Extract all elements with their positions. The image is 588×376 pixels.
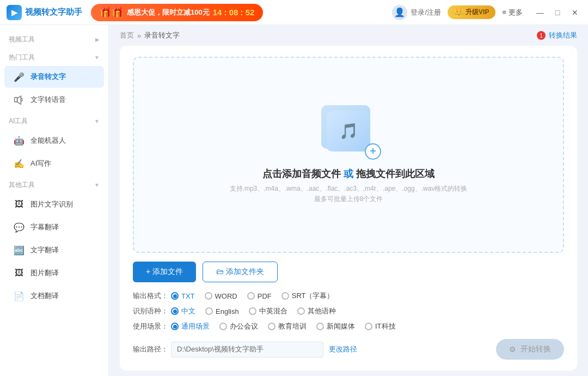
path-row: 更改路径 <box>171 342 357 357</box>
scene-it[interactable]: IT科技 <box>365 322 396 331</box>
breadcrumb: 首页 » 录音转文字 <box>120 31 180 40</box>
titlebar-right: 👤 登录/注册 👑 升级VIP ≡ 更多 — □ ✕ <box>392 5 581 20</box>
sidebar-section-video: 视频工具 ▶ <box>0 29 108 47</box>
change-path-link[interactable]: 更改路径 <box>329 344 357 354</box>
format-txt-radio[interactable] <box>171 292 179 300</box>
minimize-button[interactable]: — <box>534 6 547 19</box>
lang-zh-label: 中文 <box>181 306 195 316</box>
lang-other-label: 其他语种 <box>308 306 336 316</box>
write-icon: ✍ <box>13 157 25 169</box>
doc-trans-label: 文档翻译 <box>30 291 59 301</box>
breadcrumb-separator: » <box>137 32 141 40</box>
app-logo: ▶ 视频转文字助手 <box>7 5 82 20</box>
robot-icon: 🤖 <box>13 135 25 147</box>
mic-icon: 🎤 <box>13 71 25 83</box>
output-path-row: 输出路径： 更改路径 ⚙ 开始转换 <box>133 339 564 360</box>
start-convert-button[interactable]: ⚙ 开始转换 <box>496 339 564 360</box>
promo-banner[interactable]: 🎁🎁 感恩大促，限时立减100元 14 : 08 : 52 <box>91 4 263 21</box>
scene-it-radio[interactable] <box>365 323 372 330</box>
login-button[interactable]: 👤 登录/注册 <box>392 5 441 20</box>
format-srt-label: SRT（字幕） <box>292 291 334 301</box>
ai-robot-label: 全能机器人 <box>30 136 66 145</box>
scene-news[interactable]: 新闻媒体 <box>316 322 355 331</box>
sidebar-item-text-trans[interactable]: 🔤 文字翻译 <box>4 239 104 261</box>
vip-upgrade-button[interactable]: 👑 升级VIP <box>448 5 495 19</box>
scene-news-radio[interactable] <box>316 323 324 330</box>
sidebar-section-hot: 热门工具 ▼ <box>0 47 108 65</box>
lang-zh[interactable]: 中文 <box>171 306 195 316</box>
sidebar-item-img-text[interactable]: 🖼 图片文字识别 <box>4 193 104 215</box>
format-word[interactable]: WORD <box>205 292 237 300</box>
scene-edu[interactable]: 教育培训 <box>268 322 307 331</box>
result-button[interactable]: 1 转换结果 <box>537 31 577 40</box>
scene-news-label: 新闻媒体 <box>327 322 355 331</box>
drop-subtitle: 支持.mp3、.m4a、.wma、.aac、.flac、.ac3、.m4r、.a… <box>230 184 468 204</box>
scene-general[interactable]: 通用场景 <box>171 322 210 331</box>
scene-office[interactable]: 办公会议 <box>219 322 258 331</box>
app-title: 视频转文字助手 <box>25 7 82 17</box>
sidebar-item-subtitle[interactable]: 💬 字幕翻译 <box>4 216 104 238</box>
maximize-button[interactable]: □ <box>551 6 564 19</box>
lang-label: 识别语种： <box>133 306 171 316</box>
lang-other-radio[interactable] <box>297 307 305 315</box>
drop-zone-illustration: 🎵 + <box>316 105 381 160</box>
scene-it-label: IT科技 <box>375 322 396 331</box>
music-note-icon: 🎵 <box>339 122 358 140</box>
add-file-button[interactable]: + 添加文件 <box>133 262 196 282</box>
drop-title-or: 或 <box>344 168 353 179</box>
lang-zh-en[interactable]: 中英混合 <box>249 306 287 316</box>
sidebar-item-doc-trans[interactable]: 📄 文档翻译 <box>4 285 104 307</box>
user-avatar: 👤 <box>392 5 407 20</box>
audio-to-text-label: 录音转文字 <box>30 72 66 82</box>
sidebar-item-text-to-speech[interactable]: 文字转语音 <box>4 89 104 111</box>
video-tools-label: 视频工具 <box>9 35 35 44</box>
format-pdf[interactable]: PDF <box>247 292 272 300</box>
lang-en-radio[interactable] <box>205 307 213 315</box>
menu-icon: ≡ <box>502 8 506 16</box>
breadcrumb-bar: 首页 » 录音转文字 1 转换结果 <box>109 25 588 46</box>
sidebar-section-ai: AI工具 ▼ <box>0 111 108 129</box>
drop-title: 点击添加音频文件 或 拖拽文件到此区域 <box>262 167 434 180</box>
promo-text: 感恩大促，限时立减100元 <box>127 8 210 17</box>
format-txt-label: TXT <box>181 292 195 300</box>
lang-other[interactable]: 其他语种 <box>297 306 336 316</box>
lang-en[interactable]: English <box>205 307 239 316</box>
crown-icon: 👑 <box>454 8 463 17</box>
subtitle-label: 字幕翻译 <box>30 222 59 232</box>
scene-edu-radio[interactable] <box>268 323 275 330</box>
format-word-radio[interactable] <box>205 292 212 300</box>
lang-zh-en-label: 中英混合 <box>259 306 287 316</box>
format-srt[interactable]: SRT（字幕） <box>281 291 334 301</box>
text-trans-icon: 🔤 <box>13 244 25 256</box>
scene-office-radio[interactable] <box>219 323 227 330</box>
other-expand-icon: ▼ <box>94 182 100 188</box>
lang-zh-en-radio[interactable] <box>249 307 256 315</box>
scene-general-radio[interactable] <box>171 323 179 330</box>
sidebar-item-ai-robot[interactable]: 🤖 全能机器人 <box>4 130 104 151</box>
format-radio-group: TXT WORD PDF SRT（字幕） <box>171 291 334 301</box>
sidebar-item-audio-to-text[interactable]: 🎤 录音转文字 <box>4 66 104 88</box>
sidebar-item-ai-write[interactable]: ✍ AI写作 <box>4 153 104 174</box>
text-trans-label: 文字翻译 <box>30 245 59 255</box>
breadcrumb-current: 录音转文字 <box>144 31 180 40</box>
add-folder-button[interactable]: 🗁 添加文件夹 <box>203 262 278 282</box>
lang-zh-radio[interactable] <box>171 307 179 315</box>
format-pdf-label: PDF <box>258 292 272 300</box>
menu-label: 更多 <box>509 8 523 17</box>
add-circle-icon: + <box>365 143 381 160</box>
output-path-input[interactable] <box>171 342 323 357</box>
lang-en-label: English <box>216 307 239 316</box>
vip-label: 升级VIP <box>465 8 489 17</box>
menu-button[interactable]: ≡ 更多 <box>502 8 523 17</box>
format-pdf-radio[interactable] <box>247 292 255 300</box>
drop-zone[interactable]: 🎵 + 点击添加音频文件 或 拖拽文件到此区域 支持.mp3、.m4a、.wma… <box>133 57 564 253</box>
close-button[interactable]: ✕ <box>568 6 581 19</box>
drop-title-suffix: 拖拽文件到此区域 <box>353 168 434 179</box>
ai-write-label: AI写作 <box>30 159 51 168</box>
format-txt[interactable]: TXT <box>171 292 195 300</box>
format-srt-radio[interactable] <box>281 292 289 300</box>
start-label: 开始转换 <box>520 344 551 354</box>
expand-icon: ▶ <box>95 37 100 43</box>
breadcrumb-home[interactable]: 首页 <box>120 31 134 40</box>
sidebar-item-img-trans[interactable]: 🖼 图片翻译 <box>4 262 104 284</box>
